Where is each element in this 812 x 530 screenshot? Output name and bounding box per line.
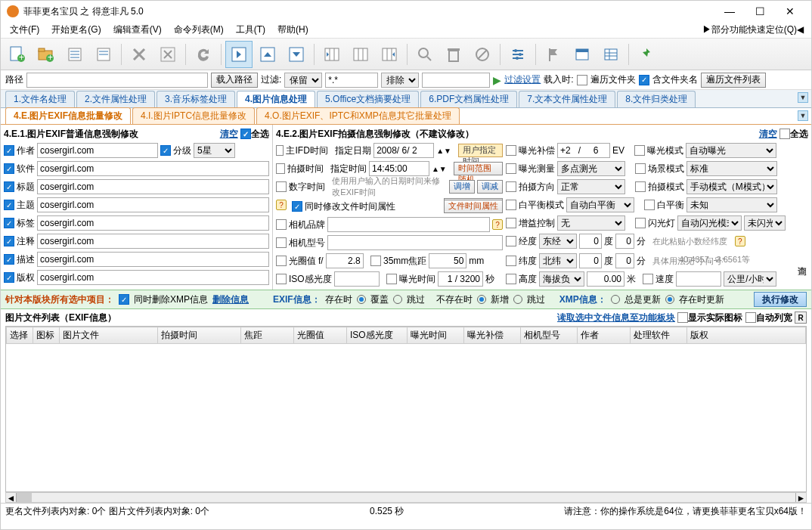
brand-input[interactable] (327, 217, 490, 232)
speed-unit[interactable]: 公里/小时 (724, 271, 776, 287)
aperture-check[interactable] (276, 256, 287, 266)
exclude-select[interactable]: 排除 (381, 73, 419, 88)
filter-settings-link[interactable]: 过滤设置 (504, 73, 541, 86)
alt-check[interactable] (506, 274, 516, 284)
add-file-icon[interactable]: + (4, 41, 31, 68)
subtab-exif[interactable]: 4.E.图片EXIF信息批量修改 (5, 107, 131, 124)
file-attr-button[interactable]: 文件时间属性 (444, 200, 503, 213)
list-icon[interactable] (61, 41, 88, 68)
col-icon[interactable]: 图标 (33, 327, 60, 344)
read-info-link[interactable]: 读取选中文件信息至功能板块 (557, 311, 675, 324)
exif-skip2-radio[interactable] (513, 295, 522, 304)
xmp-always-radio[interactable] (611, 295, 620, 304)
scene-check[interactable] (635, 163, 646, 174)
col-shoot[interactable]: 拍摄时间 (158, 327, 241, 344)
tab-filename[interactable]: 1.文件名处理 (5, 91, 75, 107)
wb-check[interactable] (644, 200, 655, 210)
del-xmp-check[interactable]: ✓ (119, 294, 129, 305)
menu-quick-locate[interactable]: ▶部分功能快速定位(Q)◀ (702, 23, 808, 36)
desc-input[interactable] (37, 252, 269, 267)
close-button[interactable]: ✕ (775, 1, 805, 22)
go-icon[interactable]: ▶ (493, 74, 501, 86)
col-copyright[interactable]: 版权 (687, 327, 806, 344)
comment-check[interactable]: ✓ (4, 236, 14, 246)
lon-check[interactable] (506, 236, 516, 246)
desc-check[interactable]: ✓ (4, 254, 14, 265)
col-aperture[interactable]: 光圈值 (294, 327, 347, 344)
right-clear[interactable]: 清空 (759, 128, 777, 141)
tabs-dropdown-icon[interactable]: ▼ (798, 92, 808, 103)
grade-check[interactable]: ✓ (160, 145, 171, 156)
include-folder-check[interactable]: ✓ (639, 75, 649, 85)
minimize-button[interactable]: — (714, 1, 745, 22)
focal35-check[interactable] (370, 256, 381, 266)
time-input[interactable] (369, 161, 429, 176)
tab-classify[interactable]: 8.文件归类处理 (617, 91, 696, 107)
lon-deg-input[interactable] (579, 234, 602, 249)
tab-pdf[interactable]: 6.PDF文档属性处理 (420, 91, 517, 107)
shootmode-check[interactable] (635, 181, 646, 192)
tab-text[interactable]: 7.文本文件属性处理 (519, 91, 615, 107)
shottime-check[interactable] (276, 163, 285, 174)
col-model[interactable]: 相机型号 (521, 327, 578, 344)
user-time-button[interactable]: 用户指定时间 (458, 144, 503, 157)
title-check[interactable]: ✓ (4, 181, 14, 192)
lat-dir[interactable]: 北纬 (539, 253, 577, 268)
traverse-list-button[interactable]: 遍历文件列表 (701, 73, 766, 88)
path-input[interactable] (26, 73, 208, 88)
range-rand-button[interactable]: 时间范围随机 (454, 162, 503, 175)
lat-check[interactable] (506, 256, 516, 266)
grade-select[interactable]: 5星 (194, 143, 235, 158)
exclude-input[interactable] (422, 73, 490, 88)
no-entry-icon[interactable] (469, 41, 496, 68)
expmode-select[interactable]: 自动曝光 (686, 143, 776, 158)
flag-icon[interactable] (540, 41, 567, 68)
keep-pattern-input[interactable] (325, 73, 378, 88)
show-icon-check[interactable] (677, 312, 688, 323)
subject-check[interactable]: ✓ (4, 200, 14, 210)
gain-select[interactable]: 无 (557, 215, 625, 231)
file-table[interactable]: 选择 图标 图片文件 拍摄时间 焦距 光圈值 ISO感光度 曝光时间 曝光补偿 … (5, 326, 807, 492)
right-selall-check[interactable]: ✓ (779, 129, 790, 139)
list2-icon[interactable] (90, 41, 117, 68)
lat-deg-input[interactable] (579, 253, 602, 268)
meter-select[interactable]: 多点测光 (557, 161, 625, 176)
alt-select[interactable]: 海拔负 (539, 271, 584, 287)
sametime-check[interactable]: ✓ (292, 201, 302, 212)
arrow-up-box-icon[interactable] (254, 41, 281, 68)
expcomp-check[interactable] (506, 145, 516, 156)
col-right-icon[interactable] (376, 41, 403, 68)
exptime-input[interactable] (438, 271, 483, 287)
copyright-input[interactable] (37, 270, 269, 285)
help-icon[interactable]: ? (276, 200, 287, 210)
col-select[interactable]: 选择 (7, 327, 33, 344)
scene-select[interactable]: 标准 (686, 161, 777, 176)
iso-check[interactable] (276, 274, 287, 284)
digittime-check[interactable] (276, 181, 287, 192)
reset-cols-button[interactable]: R (795, 311, 807, 324)
x-gray-icon[interactable] (126, 41, 153, 68)
shootmode-select[interactable]: 手动模式（M模式） (686, 179, 777, 194)
wbmode-check[interactable] (506, 200, 516, 210)
sliders-icon[interactable] (504, 41, 532, 68)
meter-check[interactable] (506, 163, 516, 174)
flashfire-select[interactable]: 未闪光 (744, 215, 786, 231)
brand-help-icon[interactable]: ? (492, 219, 503, 230)
tag-input[interactable] (37, 215, 269, 231)
copyright-check[interactable]: ✓ (4, 272, 14, 283)
subtabs-dropdown-icon[interactable]: ▼ (798, 110, 808, 121)
author-check[interactable]: ✓ (4, 145, 14, 156)
trash-icon[interactable] (440, 41, 467, 68)
model-check[interactable] (276, 237, 287, 248)
speed-check[interactable] (643, 274, 653, 284)
menu-tool[interactable]: 工具(T) (230, 23, 271, 36)
wb-select[interactable]: 未知 (686, 197, 777, 212)
menu-cmd[interactable]: 命令列表(M) (168, 23, 230, 36)
arrow-down-box-icon[interactable] (283, 41, 310, 68)
search-icon[interactable] (411, 41, 439, 68)
soft-input[interactable] (37, 161, 269, 176)
inc-button[interactable]: 调增 (449, 180, 475, 194)
tab-music[interactable]: 3.音乐标签处理 (157, 91, 235, 107)
grid-icon[interactable] (597, 41, 624, 68)
menu-edit[interactable]: 编辑查看(V) (107, 23, 168, 36)
